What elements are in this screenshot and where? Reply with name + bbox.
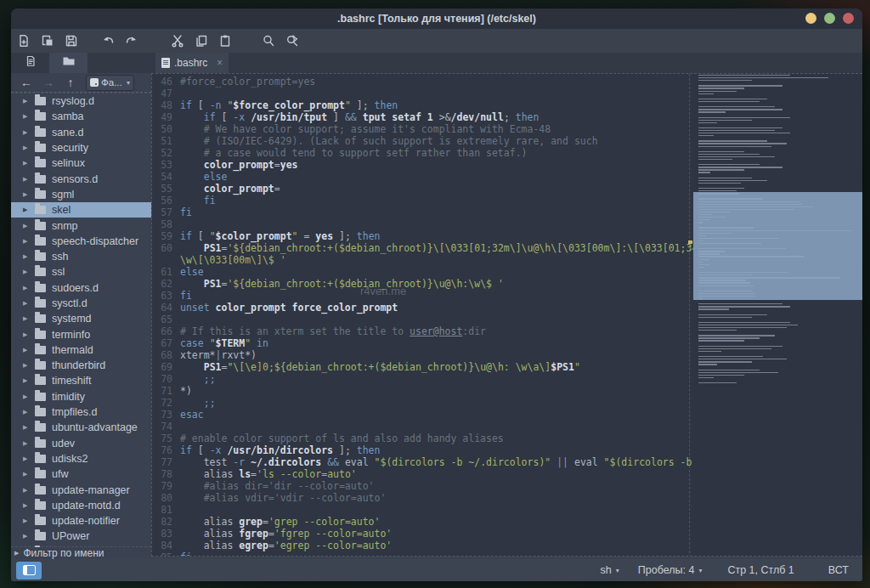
tree-item-update-notifier[interactable]: ▶update-notifier xyxy=(11,513,151,529)
close-button[interactable] xyxy=(843,13,854,24)
tree-item-skel[interactable]: ▶skel xyxy=(11,202,151,218)
tree-item-label: timidity xyxy=(52,391,85,403)
tree-item-label: terminfo xyxy=(52,329,90,341)
expander-icon: ▶ xyxy=(23,455,35,462)
language-selector[interactable]: sh ▾ xyxy=(601,564,619,576)
tree-item-security[interactable]: ▶security xyxy=(11,140,151,155)
code-line: 62 PS1='${debian_chroot:+($debian_chroot… xyxy=(152,278,693,290)
tree-item-sgml[interactable]: ▶sgml xyxy=(11,187,151,202)
folder-icon xyxy=(35,299,46,308)
tree-item-sane.d[interactable]: ▶sane.d xyxy=(11,125,151,140)
maximize-button[interactable] xyxy=(824,13,835,24)
search-button[interactable] xyxy=(257,31,280,51)
code-text: PS1='${debian_chroot:+($debian_chroot)}\… xyxy=(180,242,721,254)
code-text: ;; xyxy=(180,373,216,385)
tree-item-ssh[interactable]: ▶ssh xyxy=(11,249,151,264)
code-text: ;; xyxy=(180,397,216,409)
tree-item-ufw[interactable]: ▶ufw xyxy=(11,466,151,482)
forward-button[interactable]: → xyxy=(37,75,59,91)
folder-icon xyxy=(35,346,46,354)
code-line: 65 xyxy=(152,314,693,325)
expander-icon: ▶ xyxy=(23,223,35,229)
sidebar-tab-documents[interactable] xyxy=(11,53,49,73)
tree-item-ssl[interactable]: ▶ssl xyxy=(11,264,151,280)
tree-item-snmp[interactable]: ▶snmp xyxy=(11,218,151,233)
new-document-button[interactable] xyxy=(12,31,36,51)
folder-icon xyxy=(35,252,46,261)
minimize-button[interactable] xyxy=(805,13,816,24)
tree-item-speech-dispatcher[interactable]: ▶speech-dispatcher xyxy=(11,234,151,249)
open-document-button[interactable] xyxy=(36,31,59,51)
file-browser-nav: ← → ↑ Фа... ▾ xyxy=(11,73,151,93)
folder-icon xyxy=(35,284,46,292)
tab-width-selector[interactable]: Пробелы: 4 ▾ xyxy=(638,564,703,576)
minimap-viewport[interactable] xyxy=(693,192,862,300)
tree-item-thermald[interactable]: ▶thermald xyxy=(11,342,151,358)
folder-icon xyxy=(35,144,46,152)
tree-item-thunderbird[interactable]: ▶thunderbird xyxy=(11,358,151,373)
tree-item-sudoers.d[interactable]: ▶sudoers.d xyxy=(11,280,151,296)
cut-button[interactable] xyxy=(166,31,189,51)
code-line: 84 alias egrep='egrep --color=auto' xyxy=(152,540,693,551)
tree-item-terminfo[interactable]: ▶terminfo xyxy=(11,326,151,342)
copy-button[interactable] xyxy=(189,31,213,51)
undo-button[interactable] xyxy=(96,31,120,51)
tree-item-UPower[interactable]: ▶UPower xyxy=(11,529,151,544)
expander-icon: ▶ xyxy=(23,487,35,494)
tree-item-timidity[interactable]: ▶timidity xyxy=(11,389,151,404)
code-text: alias egrep='egrep --color=auto' xyxy=(180,540,392,551)
titlebar[interactable]: .bashrc [Только для чтения] (/etc/skel) xyxy=(11,8,862,30)
line-number: 50 xyxy=(152,123,180,135)
location-dropdown[interactable]: Фа... ▾ xyxy=(86,75,134,91)
tree-item-selinux[interactable]: ▶selinux xyxy=(11,155,151,171)
line-number: 74 xyxy=(152,421,180,433)
tree-item-update-motd.d[interactable]: ▶update-motd.d xyxy=(11,498,151,513)
code-text: fi xyxy=(180,551,192,557)
expander-icon: ▶ xyxy=(23,160,35,167)
tree-item-sensors.d[interactable]: ▶sensors.d xyxy=(11,171,151,186)
editor-window: .bashrc [Только для чтения] (/etc/skel) … xyxy=(11,8,862,581)
sidebar-tabs xyxy=(11,53,151,73)
tab-bashrc[interactable]: .bashrc × xyxy=(155,53,229,73)
tree-item-sysctl.d[interactable]: ▶sysctl.d xyxy=(11,296,151,311)
code-line: 63fi xyxy=(152,290,693,302)
filter-toggle[interactable]: ▶ Фильтр по имени xyxy=(11,546,151,559)
tree-item-label: ufw xyxy=(52,468,68,480)
minimap[interactable] xyxy=(693,74,862,557)
tab-close-button[interactable]: × xyxy=(217,57,223,69)
tree-item-update-manager[interactable]: ▶update-manager xyxy=(11,482,151,497)
tree-item-ubuntu-advantage[interactable]: ▶ubuntu-advantage xyxy=(11,420,151,435)
tree-item-rsyslog.d[interactable]: ▶rsyslog.d xyxy=(11,93,151,109)
tree-item-tmpfiles.d[interactable]: ▶tmpfiles.d xyxy=(11,404,151,420)
code-line: 80 #alias vdir='vdir --color=auto' xyxy=(152,492,693,504)
file-tree[interactable]: ▶rsyslog.d▶samba▶sane.d▶security▶selinux… xyxy=(11,93,151,547)
sidebar-tab-file-browser[interactable] xyxy=(49,53,88,73)
line-number: 55 xyxy=(152,183,180,195)
tree-item-timeshift[interactable]: ▶timeshift xyxy=(11,373,151,388)
copy-icon xyxy=(195,34,208,48)
code-line: 82 alias grep='grep --color=auto' xyxy=(152,516,693,528)
paste-button[interactable] xyxy=(213,31,237,51)
line-number: 79 xyxy=(152,480,180,492)
code-editor[interactable]: 46#force_color_prompt=yes4748if [ -n "$f… xyxy=(151,73,862,557)
folder-icon xyxy=(35,532,46,540)
folder-icon xyxy=(35,159,46,167)
folder-icon xyxy=(35,393,46,401)
code-line: 47 xyxy=(152,88,693,99)
tree-item-samba[interactable]: ▶samba xyxy=(11,109,151,124)
save-button[interactable] xyxy=(59,31,83,51)
up-button[interactable]: ↑ xyxy=(59,75,82,91)
back-button[interactable]: ← xyxy=(15,75,37,91)
tree-item-label: skel xyxy=(52,204,71,216)
tree-item-udisks2[interactable]: ▶udisks2 xyxy=(11,451,151,466)
sidebar-toggle-button[interactable] xyxy=(16,562,42,580)
window-title: .bashrc [Только для чтения] (/etc/skel) xyxy=(11,8,862,29)
folder-icon xyxy=(35,128,46,137)
code-text: if [ -x /usr/bin/dircolors ]; then xyxy=(180,444,380,456)
tree-item-systemd[interactable]: ▶systemd xyxy=(11,311,151,326)
redo-button[interactable] xyxy=(120,31,144,51)
tree-item-label: thermald xyxy=(52,344,93,356)
search-and-replace-button[interactable] xyxy=(280,31,304,51)
tree-item-udev[interactable]: ▶udev xyxy=(11,436,151,451)
tree-item-label: sgml xyxy=(52,189,74,201)
